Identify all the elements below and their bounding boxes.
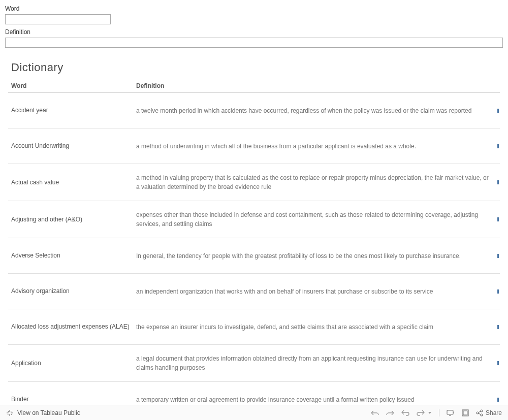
svg-line-16 — [479, 413, 481, 414]
tableau-logo-icon — [6, 409, 13, 416]
bar-cell — [497, 325, 500, 329]
bar-mark — [497, 180, 499, 184]
table-row[interactable]: Advisory organizationan independent orga… — [8, 274, 500, 309]
table-row[interactable]: Account Underwritinga method of underwri… — [8, 128, 500, 164]
svg-rect-11 — [463, 411, 467, 415]
column-header-word[interactable]: Word — [8, 82, 136, 89]
view-on-tableau-public-button[interactable]: View on Tableau Public — [17, 409, 80, 416]
definition-cell: an independent organization that works w… — [136, 278, 497, 305]
svg-line-15 — [479, 411, 481, 412]
table-row[interactable]: Accident yeara twelve month period in wh… — [8, 93, 500, 128]
svg-point-12 — [477, 412, 479, 414]
svg-line-6 — [11, 411, 12, 412]
bar-mark — [497, 254, 499, 258]
table-header: Word Definition — [8, 82, 500, 93]
share-icon — [476, 409, 483, 416]
table-body[interactable]: Accident yeara twelve month period in wh… — [8, 93, 500, 408]
bar-cell — [497, 254, 500, 258]
svg-line-5 — [11, 414, 12, 415]
revert-button[interactable] — [401, 409, 409, 416]
definition-cell: a method of underwriting in which all of… — [136, 133, 497, 160]
word-cell: Allocated loss adjustment expenses (ALAE… — [8, 313, 136, 340]
word-cell: Account Underwriting — [8, 133, 136, 159]
refresh-button[interactable] — [417, 409, 425, 416]
definition-cell: a legal document that provides informati… — [136, 345, 497, 381]
bar-cell — [497, 361, 500, 365]
word-filter-input[interactable] — [5, 14, 111, 24]
column-header-definition[interactable]: Definition — [136, 82, 497, 89]
bar-mark — [497, 361, 499, 365]
table-row[interactable]: Allocated loss adjustment expenses (ALAE… — [8, 309, 500, 345]
word-filter-label: Word — [5, 5, 503, 12]
svg-rect-8 — [447, 410, 453, 414]
bar-cell — [497, 180, 500, 184]
bar-mark — [497, 109, 499, 113]
refresh-dropdown-button[interactable] — [428, 411, 432, 415]
definition-cell: the expense an insurer incurs to investi… — [136, 313, 497, 341]
definition-filter-input[interactable] — [5, 38, 503, 48]
word-cell: Actual cash value — [8, 169, 136, 196]
definition-cell: a twelve month period in which accidents… — [136, 97, 497, 124]
word-cell: Adjusting and other (A&O) — [8, 206, 136, 233]
bar-cell — [497, 398, 500, 402]
svg-line-4 — [8, 411, 9, 412]
toolbar-divider — [439, 409, 439, 416]
definition-filter-label: Definition — [5, 28, 503, 36]
share-label: Share — [486, 409, 502, 416]
bar-cell — [497, 289, 500, 294]
definition-cell: a method in valuing property that is cal… — [136, 164, 497, 201]
filter-area: Word Definition — [0, 0, 508, 51]
word-cell: Adverse Selection — [8, 242, 136, 269]
bar-cell — [497, 144, 500, 148]
dictionary-section: Dictionary Word Definition Accident year… — [0, 51, 508, 408]
undo-button[interactable] — [371, 409, 379, 416]
bar-mark — [497, 217, 499, 221]
definition-cell: expenses other than those included in de… — [136, 201, 497, 238]
dictionary-table: Word Definition Accident yeara twelve mo… — [8, 82, 500, 408]
section-title: Dictionary — [11, 61, 500, 74]
bar-cell — [497, 109, 500, 113]
share-button[interactable]: Share — [476, 409, 502, 416]
bottom-toolbar: View on Tableau Public Share — [0, 405, 508, 420]
word-cell: Application — [8, 350, 136, 377]
table-row[interactable]: Adverse SelectionIn general, the tendenc… — [8, 238, 500, 274]
redo-button[interactable] — [386, 409, 394, 416]
fullscreen-button[interactable] — [462, 409, 469, 416]
device-preview-button[interactable] — [447, 409, 455, 416]
definition-cell: In general, the tendency for people with… — [136, 242, 497, 270]
bar-cell — [497, 217, 500, 221]
table-row[interactable]: Bindera temporary written or oral agreem… — [8, 382, 500, 408]
word-cell: Accident year — [8, 97, 136, 124]
table-row[interactable]: Adjusting and other (A&O)expenses other … — [8, 201, 500, 238]
svg-line-7 — [8, 414, 9, 415]
bar-mark — [497, 325, 499, 329]
svg-point-13 — [481, 410, 483, 412]
word-cell: Advisory organization — [8, 278, 136, 305]
bar-mark — [497, 398, 499, 402]
table-row[interactable]: Actual cash valuea method in valuing pro… — [8, 164, 500, 201]
svg-point-14 — [481, 414, 483, 416]
bar-mark — [497, 144, 499, 148]
bar-mark — [497, 289, 499, 294]
table-row[interactable]: Applicationa legal document that provide… — [8, 345, 500, 382]
